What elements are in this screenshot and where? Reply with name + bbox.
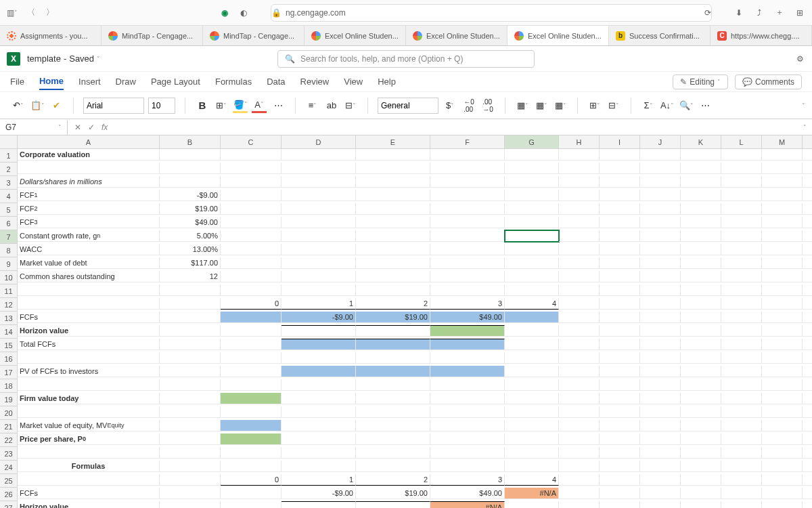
- cell-D1[interactable]: [281, 149, 356, 161]
- cell-A9[interactable]: Market value of debt: [18, 257, 160, 269]
- cell-M11[interactable]: [762, 284, 803, 296]
- cell-D20[interactable]: [281, 406, 356, 418]
- cell-G19[interactable]: [505, 393, 559, 404]
- cell-N25[interactable]: [803, 474, 812, 486]
- cell-G23[interactable]: [505, 447, 559, 459]
- cell-G15[interactable]: [505, 339, 559, 350]
- cell-E11[interactable]: [356, 284, 430, 296]
- cell-D25[interactable]: 1: [281, 474, 356, 486]
- cell-J12[interactable]: [640, 298, 681, 310]
- cell-styles-button[interactable]: ▦˅: [553, 98, 568, 113]
- cell-G4[interactable]: [505, 190, 559, 201]
- cell-E23[interactable]: [356, 447, 430, 459]
- cell-C16[interactable]: [221, 352, 281, 364]
- cell-A26[interactable]: FCFs: [18, 488, 160, 499]
- cell-C19[interactable]: [221, 393, 281, 404]
- cell-N10[interactable]: [803, 271, 812, 282]
- cell-G20[interactable]: [505, 406, 559, 418]
- cell-F11[interactable]: [430, 284, 505, 296]
- tabs-overview-icon[interactable]: ⊞: [794, 7, 805, 18]
- cell-C25[interactable]: 0: [221, 474, 281, 486]
- cell-J24[interactable]: [640, 461, 681, 472]
- cell-I15[interactable]: [600, 339, 640, 350]
- col-header-I[interactable]: I: [600, 135, 640, 149]
- cell-N22[interactable]: [803, 433, 812, 445]
- cell-I16[interactable]: [600, 352, 640, 364]
- cell-K7[interactable]: [681, 230, 721, 242]
- row-header-8[interactable]: 8: [0, 244, 18, 257]
- cell-L11[interactable]: [721, 284, 762, 296]
- url-bar[interactable]: 🔒 ng.cengage.com ⟳: [271, 4, 712, 22]
- cell-C7[interactable]: [221, 230, 281, 242]
- cell-I21[interactable]: [600, 420, 640, 431]
- cell-E3[interactable]: [356, 176, 430, 188]
- cell-K4[interactable]: [681, 190, 721, 201]
- cell-B6[interactable]: $49.00: [160, 217, 221, 228]
- document-title[interactable]: template - Saved ˅: [27, 54, 100, 64]
- cell-G13[interactable]: [505, 312, 559, 323]
- cell-I18[interactable]: [600, 379, 640, 391]
- cell-H24[interactable]: [559, 461, 600, 472]
- align-button[interactable]: ≡˅: [305, 98, 320, 113]
- row-header-15[interactable]: 15: [0, 339, 18, 352]
- cell-G3[interactable]: [505, 176, 559, 188]
- cell-K24[interactable]: [681, 461, 721, 472]
- cell-E5[interactable]: [356, 203, 430, 215]
- cell-K23[interactable]: [681, 447, 721, 459]
- cell-G18[interactable]: [505, 379, 559, 391]
- cell-N16[interactable]: [803, 352, 812, 364]
- cell-H14[interactable]: [559, 325, 600, 337]
- new-tab-icon[interactable]: ＋: [774, 7, 785, 18]
- cell-G10[interactable]: [505, 271, 559, 282]
- cell-F9[interactable]: [430, 257, 505, 269]
- cell-N15[interactable]: [803, 339, 812, 350]
- cell-M26[interactable]: [762, 488, 803, 499]
- cell-L10[interactable]: [721, 271, 762, 282]
- cell-I9[interactable]: [600, 257, 640, 269]
- cell-D13[interactable]: -$9.00: [281, 312, 356, 323]
- cell-B21[interactable]: [160, 420, 221, 431]
- cell-G25[interactable]: 4: [505, 474, 559, 486]
- cell-M8[interactable]: [762, 244, 803, 255]
- cell-K2[interactable]: [681, 163, 721, 174]
- cell-A21[interactable]: Market value of equity, MVEquity: [18, 420, 160, 431]
- cell-E18[interactable]: [356, 379, 430, 391]
- cell-N17[interactable]: [803, 366, 812, 377]
- row-header-22[interactable]: 22: [0, 433, 18, 447]
- cell-H1[interactable]: [559, 149, 600, 161]
- cell-A23[interactable]: [18, 447, 160, 459]
- cell-N19[interactable]: [803, 393, 812, 404]
- cell-E12[interactable]: 2: [356, 298, 430, 310]
- cell-E1[interactable]: [356, 149, 430, 161]
- cell-L21[interactable]: [721, 420, 762, 431]
- name-box[interactable]: G7˅: [0, 120, 68, 135]
- format-painter-button[interactable]: ✔: [49, 98, 64, 113]
- cell-E22[interactable]: [356, 433, 430, 445]
- cell-B25[interactable]: [160, 474, 221, 486]
- cell-K3[interactable]: [681, 176, 721, 188]
- cell-J9[interactable]: [640, 257, 681, 269]
- cell-L9[interactable]: [721, 257, 762, 269]
- cell-G14[interactable]: [505, 325, 559, 337]
- cell-B1[interactable]: [160, 149, 221, 161]
- cell-J19[interactable]: [640, 393, 681, 404]
- cell-A19[interactable]: Firm value today: [18, 393, 160, 404]
- cell-N8[interactable]: [803, 244, 812, 255]
- cell-B4[interactable]: -$9.00: [160, 190, 221, 201]
- row-header-6[interactable]: 6: [0, 217, 18, 230]
- editing-mode-button[interactable]: ✎ Editing ˅: [673, 75, 728, 89]
- cell-F3[interactable]: [430, 176, 505, 188]
- cell-E13[interactable]: $19.00: [356, 312, 430, 323]
- row-header-24[interactable]: 24: [0, 461, 18, 474]
- cell-E9[interactable]: [356, 257, 430, 269]
- ribbon-tab-data[interactable]: Data: [267, 74, 285, 89]
- fill-color-button[interactable]: 🪣˅: [233, 98, 248, 113]
- cell-A24[interactable]: Formulas: [18, 461, 160, 472]
- cell-C22[interactable]: [221, 433, 281, 445]
- cell-E7[interactable]: [356, 230, 430, 242]
- cell-J2[interactable]: [640, 163, 681, 174]
- cell-D24[interactable]: [281, 461, 356, 472]
- cell-D10[interactable]: [281, 271, 356, 282]
- row-header-5[interactable]: 5: [0, 203, 18, 217]
- cell-I17[interactable]: [600, 366, 640, 377]
